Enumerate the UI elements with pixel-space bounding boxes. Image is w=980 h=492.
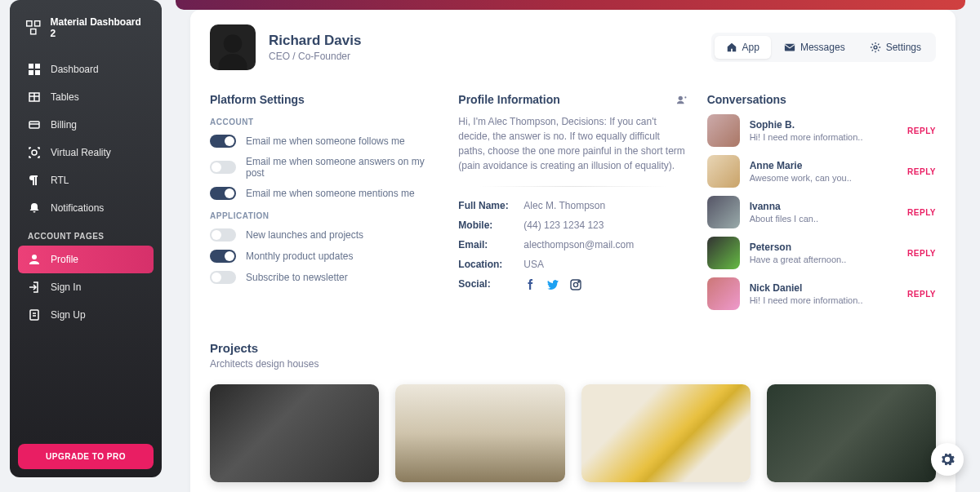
sidebar-item-label: RTL	[51, 175, 69, 186]
sidebar-item-label: Sign In	[51, 281, 81, 293]
svg-rect-3	[29, 64, 33, 69]
info-value: alecthompson@mail.com	[523, 239, 634, 250]
sidebar-item-tables[interactable]: Tables	[18, 83, 154, 111]
hero-banner	[176, 0, 965, 10]
upgrade-label: UPGRADE TO PRO	[46, 452, 126, 461]
toggle-mentions[interactable]	[210, 187, 236, 200]
instagram-icon[interactable]	[569, 278, 582, 291]
info-location: Location: USA	[458, 259, 687, 270]
toggle-launches[interactable]	[210, 228, 236, 242]
toggle-label: Email me when someone mentions me	[246, 188, 415, 199]
projects-header: Projects Architects design houses	[210, 341, 936, 370]
projects-title: Projects	[210, 341, 936, 355]
svg-point-15	[874, 46, 877, 49]
info-value: USA	[523, 259, 544, 270]
svg-rect-11	[30, 310, 38, 320]
svg-point-20	[578, 281, 579, 282]
projects-grid: Project #2 Project #1 Project #3 Project…	[210, 384, 936, 492]
sidebar-item-signup[interactable]: Sign Up	[18, 301, 154, 329]
application-subhead: APPLICATION	[210, 211, 439, 220]
avatar	[707, 155, 740, 188]
sidebar-item-signin[interactable]: Sign In	[18, 273, 154, 301]
conversation-row: Nick Daniel Hi! I need more information.…	[707, 277, 936, 310]
project-card[interactable]: Project #1	[395, 384, 564, 492]
info-fullname: Full Name: Alec M. Thompson	[458, 200, 687, 211]
conversation-name: Nick Daniel	[750, 282, 898, 294]
rtl-icon	[28, 174, 41, 187]
reply-button[interactable]: REPLY	[907, 208, 936, 217]
svg-point-13	[219, 54, 247, 70]
tab-app[interactable]: App	[715, 36, 771, 59]
profile-info-title-text: Profile Information	[458, 93, 559, 106]
tables-icon	[28, 91, 41, 104]
svg-rect-2	[31, 29, 36, 34]
upgrade-button[interactable]: UPGRADE TO PRO	[18, 444, 154, 469]
toggle-label: New launches and projects	[246, 229, 363, 241]
settings-fab[interactable]	[931, 443, 964, 476]
sidebar-item-label: Billing	[51, 119, 77, 131]
tab-messages[interactable]: Messages	[773, 36, 857, 59]
reply-button[interactable]: REPLY	[907, 249, 936, 258]
name-block: Richard Davis CEO / Co-Founder	[269, 33, 361, 62]
toggle-mentions-row: Email me when someone mentions me	[210, 187, 439, 200]
sidebar-item-label: Notifications	[51, 202, 104, 214]
reply-button[interactable]: REPLY	[907, 167, 936, 176]
conversation-row: Anne Marie Awesome work, can you.. REPLY	[707, 155, 936, 188]
tab-group: App Messages Settings	[711, 33, 936, 62]
svg-point-10	[32, 255, 37, 259]
toggle-updates[interactable]	[210, 250, 236, 263]
info-label: Location:	[458, 259, 517, 270]
conversation-msg: About files I can..	[750, 214, 898, 224]
profile-name: Richard Davis	[269, 33, 361, 49]
info-label: Full Name:	[458, 200, 517, 211]
twitter-icon[interactable]	[546, 278, 559, 291]
avatar	[210, 24, 256, 70]
billing-icon	[28, 118, 41, 131]
info-value: (44) 123 1234 123	[523, 219, 604, 231]
info-label: Email:	[458, 239, 517, 250]
divider	[479, 186, 666, 187]
svg-rect-14	[785, 44, 795, 51]
sidebar-item-billing[interactable]: Billing	[18, 111, 154, 139]
avatar	[707, 196, 740, 228]
info-mobile: Mobile: (44) 123 1234 123	[458, 219, 687, 231]
avatar	[707, 277, 740, 310]
sidebar-item-notifications[interactable]: Notifications	[18, 194, 154, 222]
sidebar-item-profile[interactable]: Profile	[18, 246, 154, 273]
toggle-newsletter[interactable]	[210, 271, 236, 284]
info-label: Mobile:	[458, 219, 517, 231]
brand: Material Dashboard 2	[18, 13, 154, 51]
sidebar-item-dashboard[interactable]: Dashboard	[18, 55, 154, 83]
profile-card: Richard Davis CEO / Co-Founder App Messa…	[190, 10, 956, 492]
dashboard-icon	[28, 63, 41, 76]
conversation-row: Ivanna About files I can.. REPLY	[707, 196, 936, 228]
home-icon	[726, 42, 737, 53]
profile-header: Richard Davis CEO / Co-Founder App Messa…	[210, 24, 936, 70]
signin-icon	[28, 281, 41, 294]
svg-rect-4	[35, 64, 40, 69]
edit-icon[interactable]	[676, 94, 688, 105]
nav-section-account: ACCOUNT PAGES	[18, 222, 154, 246]
reply-button[interactable]: REPLY	[907, 290, 936, 299]
conversation-name: Sophie B.	[750, 119, 898, 131]
tab-label: App	[742, 42, 760, 53]
reply-button[interactable]: REPLY	[907, 126, 936, 135]
sidebar-item-rtl[interactable]: RTL	[18, 166, 154, 194]
facebook-icon[interactable]	[523, 278, 537, 291]
project-card[interactable]: Project #4	[767, 384, 936, 492]
toggle-follows[interactable]	[210, 135, 236, 148]
projects-subtitle: Architects design houses	[210, 358, 936, 370]
conversation-msg: Hi! I need more information..	[750, 295, 898, 305]
conversation-row: Peterson Have a great afternoon.. REPLY	[707, 237, 936, 269]
project-image	[210, 384, 379, 482]
info-label: Social:	[458, 278, 517, 291]
project-card[interactable]: Project #2	[210, 384, 379, 492]
svg-point-17	[684, 96, 686, 98]
project-card[interactable]: Project #3	[581, 384, 751, 492]
bell-icon	[28, 202, 41, 215]
toggle-answers[interactable]	[210, 161, 236, 174]
tab-settings[interactable]: Settings	[858, 36, 933, 59]
info-social: Social:	[458, 278, 687, 291]
svg-rect-5	[29, 70, 33, 75]
sidebar-item-vr[interactable]: Virtual Reality	[18, 139, 154, 166]
